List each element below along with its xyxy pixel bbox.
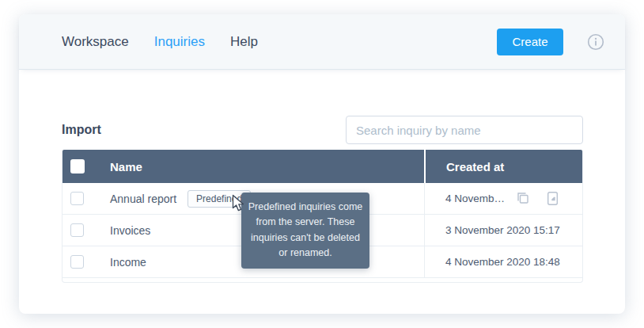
inquiry-name: Annual report xyxy=(110,193,176,205)
nav-item-inquiries[interactable]: Inquiries xyxy=(154,34,205,50)
info-icon[interactable] xyxy=(587,33,604,51)
search-input[interactable] xyxy=(346,116,583,144)
row-actions xyxy=(516,191,559,206)
row-checkbox[interactable] xyxy=(70,223,84,237)
column-header-name: Name xyxy=(110,150,424,183)
nav-item-workspace[interactable]: Workspace xyxy=(62,34,129,50)
create-button[interactable]: Create xyxy=(497,29,563,55)
app-card: Workspace Inquiries Help Create Import N… xyxy=(19,14,625,314)
predefined-tooltip: Predefined inquiries come from the serve… xyxy=(241,193,369,269)
row-checkbox[interactable] xyxy=(70,255,84,269)
created-at-value: 3 November 2020 15:17 xyxy=(445,224,560,236)
created-at-value: 4 Novemb… xyxy=(445,193,505,204)
row-checkbox[interactable] xyxy=(70,192,84,205)
section-title: Import xyxy=(62,123,101,137)
select-all-checkbox[interactable] xyxy=(70,159,85,174)
file-export-icon[interactable] xyxy=(546,191,559,206)
toolbar-row: Import xyxy=(62,116,583,144)
column-header-created-at: Created at xyxy=(424,150,582,183)
created-at-value: 4 November 2020 18:48 xyxy=(445,256,560,268)
top-navigation-bar: Workspace Inquiries Help Create xyxy=(19,14,625,70)
inquiry-name: Invoices xyxy=(110,224,150,237)
copy-icon[interactable] xyxy=(516,191,530,206)
table-header-row: Name Created at xyxy=(63,150,582,183)
nav-item-help[interactable]: Help xyxy=(230,34,258,50)
main-nav: Workspace Inquiries Help xyxy=(62,34,258,50)
inquiry-name: Income xyxy=(110,256,146,269)
